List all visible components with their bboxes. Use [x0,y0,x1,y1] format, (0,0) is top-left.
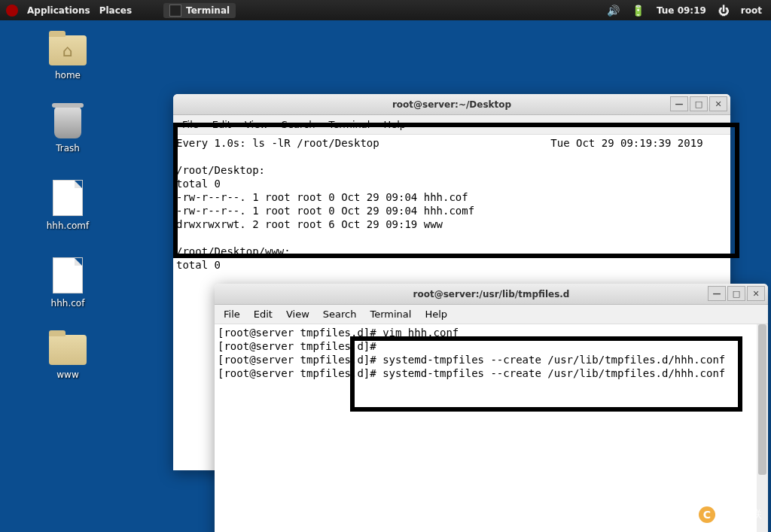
desktop-icon-trash[interactable]: Trash [38,107,98,154]
file-icon [53,180,83,216]
desktop-icon-hhh-comf[interactable]: hhh.comf [38,180,98,231]
watermark-logo-icon: C [699,506,715,523]
icon-label: www [38,369,98,380]
menu-terminal[interactable]: Terminal [328,119,370,130]
file-icon [53,257,83,293]
folder-icon [49,335,87,365]
icon-label: home [38,70,98,81]
window-title: root@server:/usr/lib/tmpfiles.d [413,289,570,299]
applications-menu[interactable]: Applications [27,5,90,16]
trash-icon [54,107,81,138]
menu-search[interactable]: Search [323,309,357,320]
menu-search[interactable]: Search [282,119,315,130]
top-panel: Applications Places Terminal 🔊 🔋 Tue 09:… [0,0,771,20]
desktop-icons: home Trash hhh.comf hhh.cof www [38,35,98,380]
watermark-text: 创新互联 [720,508,762,521]
scrollbar[interactable] [757,324,768,532]
menu-file[interactable]: File [224,309,240,320]
maximize-button[interactable]: □ [727,286,745,301]
menu-terminal[interactable]: Terminal [370,309,411,320]
menu-edit[interactable]: Edit [254,309,273,320]
menu-help[interactable]: Help [383,119,406,130]
menu-view[interactable]: View [286,309,309,320]
window-title: root@server:~/Desktop [392,99,511,110]
desktop[interactable]: home Trash hhh.comf hhh.cof www root@ser… [0,20,771,532]
scrollbar-thumb[interactable] [758,324,766,475]
watermark: C 创新互联 [699,506,762,523]
terminal-output[interactable]: Every 1.0s: ls -lR /root/Desktop Tue Oct… [173,135,730,273]
menubar: File Edit View Search Terminal Help [173,115,730,135]
clock[interactable]: Tue 09:19 [657,5,706,16]
volume-icon[interactable]: 🔊 [607,5,620,17]
titlebar[interactable]: root@server:~/Desktop — □ ✕ [173,94,730,115]
maximize-button[interactable]: □ [690,96,708,111]
menu-file[interactable]: File [182,119,199,130]
desktop-icon-www[interactable]: www [38,335,98,380]
distro-logo-icon [6,5,18,17]
menu-view[interactable]: View [245,119,268,130]
icon-label: hhh.comf [38,220,98,231]
menubar: File Edit View Search Terminal Help [215,305,768,324]
power-icon[interactable]: ⏻ [718,5,729,17]
desktop-icon-hhh-cof[interactable]: hhh.cof [38,257,98,309]
home-folder-icon [49,35,87,65]
battery-icon[interactable]: 🔋 [632,5,645,17]
taskbar-terminal[interactable]: Terminal [163,3,236,18]
user-menu[interactable]: root [741,5,762,16]
menu-help[interactable]: Help [425,309,447,320]
close-button[interactable]: ✕ [747,286,765,301]
close-button[interactable]: ✕ [709,96,727,111]
terminal-output[interactable]: [root@server tmpfiles.d]# vim hhh.conf [… [215,324,768,382]
places-menu[interactable]: Places [99,5,132,16]
minimize-button[interactable]: — [708,286,726,301]
icon-label: Trash [38,143,98,154]
menu-edit[interactable]: Edit [212,119,231,130]
terminal-window-tmpfiles[interactable]: root@server:/usr/lib/tmpfiles.d — □ ✕ Fi… [215,284,768,532]
minimize-button[interactable]: — [670,96,688,111]
terminal-icon [169,5,181,17]
desktop-icon-home[interactable]: home [38,35,98,81]
icon-label: hhh.cof [38,298,98,309]
taskbar-label: Terminal [186,5,230,16]
titlebar[interactable]: root@server:/usr/lib/tmpfiles.d — □ ✕ [215,284,768,305]
